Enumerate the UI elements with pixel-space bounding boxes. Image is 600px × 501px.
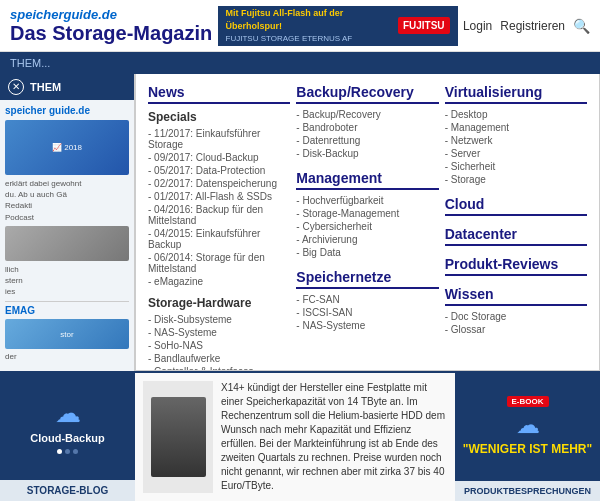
management-section: Management - Hochverfügbarkeit - Storage… xyxy=(296,170,438,259)
storage-blog-label[interactable]: STORAGE-BLOG xyxy=(0,478,135,501)
header-nav: Login Registrieren 🔍 xyxy=(463,18,590,34)
sidebar-theme-label: THEM xyxy=(30,81,61,93)
sidebar-img-1-label: 📈 2018 xyxy=(52,143,82,152)
cloud-icon: ☁ xyxy=(55,398,81,429)
menu-col1-title: News xyxy=(148,84,290,104)
produkt-label[interactable]: PRODUKTBESPRECHUNGEN xyxy=(455,479,600,501)
ad-line2: FUJITSU STORAGE ETERNUS AF xyxy=(226,33,392,44)
menu-col-3: Virtualisierung - Desktop - Management -… xyxy=(445,84,587,371)
sidebar-img-1: 📈 2018 xyxy=(5,120,129,175)
sidebar-text-ies: ies xyxy=(5,287,15,296)
sn-item-1[interactable]: - FC-SAN xyxy=(296,293,438,306)
specials-item-2[interactable]: - 09/2017: Cloud-Backup xyxy=(148,151,290,164)
mgmt-item-2[interactable]: - Storage-Management xyxy=(296,207,438,220)
specials-item-6[interactable]: - 04/2016: Backup für den Mittelstand xyxy=(148,203,290,227)
sidebar-top-bar: ✕ THEM xyxy=(0,74,134,100)
article-content: X14+ kündigt der Hersteller eine Festpla… xyxy=(221,381,447,493)
sidebar-speicher-logo: speicher guide.de xyxy=(5,105,129,116)
dot-1 xyxy=(57,449,62,454)
sidebar-small-text-2: llich stern ies xyxy=(5,264,129,298)
wissen-item-2[interactable]: - Glossar xyxy=(445,323,587,336)
hw-item-4[interactable]: - Bandlaufwerke xyxy=(148,352,290,365)
specials-item-5[interactable]: - 01/2017: All-Flash & SSDs xyxy=(148,190,290,203)
reviews-section: Produkt-Reviews xyxy=(445,256,587,276)
backup-title: Backup/Recovery xyxy=(296,84,438,104)
wissen-title: Wissen xyxy=(445,286,587,306)
cloud-title[interactable]: Cloud xyxy=(445,196,587,216)
sidebar-text-content-4: Podcast xyxy=(5,213,34,222)
ebook-block[interactable]: E-BOOK ☁ "WENIGER IST MEHR" xyxy=(455,373,600,479)
site-name: speicherguide.de xyxy=(10,7,212,22)
specials-item-8[interactable]: - 06/2014: Storage für den Mittelstand xyxy=(148,251,290,275)
register-link[interactable]: Registrieren xyxy=(500,19,565,33)
management-title: Management xyxy=(296,170,438,190)
mega-menu: News Specials - 11/2017: Einkaufsführer … xyxy=(135,74,600,371)
backup-item-3[interactable]: - Datenrettung xyxy=(296,134,438,147)
mgmt-item-3[interactable]: - Cybersicherheit xyxy=(296,220,438,233)
topnav-label: THEM... xyxy=(10,57,50,69)
header: speicherguide.de Das Storage-Magazin Mit… xyxy=(0,0,600,52)
sn-item-3[interactable]: - NAS-Systeme xyxy=(296,319,438,332)
virt-item-2[interactable]: - Management xyxy=(445,121,587,134)
virt-item-1[interactable]: - Desktop xyxy=(445,108,587,121)
magazine-title: Das Storage-Magazin xyxy=(10,22,212,44)
specials-item-4[interactable]: - 02/2017: Datenspeicherung xyxy=(148,177,290,190)
virt-item-6[interactable]: - Storage xyxy=(445,173,587,186)
dot-3 xyxy=(73,449,78,454)
virt-item-4[interactable]: - Server xyxy=(445,147,587,160)
storage-hw-title: Storage-Hardware xyxy=(148,296,290,310)
ad-text: Mit Fujitsu All-Flash auf der Überholspu… xyxy=(226,7,392,43)
fujitsu-logo: FUJITSU xyxy=(398,17,450,34)
login-link[interactable]: Login xyxy=(463,19,492,33)
menu-col-2: Backup/Recovery - Backup/Recovery - Band… xyxy=(296,84,438,371)
sidebar-small-text-1: erklärt dabei ge­wohnt du. Ab u auch Gä … xyxy=(5,178,129,223)
sidebar-img-2 xyxy=(5,226,129,261)
speichernetze-title: Speichernetze xyxy=(296,269,438,289)
close-button[interactable]: ✕ xyxy=(8,79,24,95)
virt-item-5[interactable]: - Sicherheit xyxy=(445,160,587,173)
specials-item-7[interactable]: - 04/2015: Einkaufsführer Backup xyxy=(148,227,290,251)
bottom-area: ☁ Cloud-Backup STORAGE-BLOG X14+ kündigt… xyxy=(0,371,600,501)
hw-item-5[interactable]: - Controller & Interfaces xyxy=(148,365,290,371)
specials-title: Specials xyxy=(148,110,290,124)
hw-item-1[interactable]: - Disk-Subsysteme xyxy=(148,313,290,326)
specials-item-3[interactable]: - 05/2017: Data-Protection xyxy=(148,164,290,177)
article-image xyxy=(143,381,213,493)
backup-item-4[interactable]: - Disk-Backup xyxy=(296,147,438,160)
logo-area: speicherguide.de Das Storage-Magazin xyxy=(10,7,212,44)
virt-section: Virtualisierung - Desktop - Management -… xyxy=(445,84,587,186)
storage-hw-section: Storage-Hardware - Disk-Subsysteme - NAS… xyxy=(148,296,290,371)
sidebar-text-stern: stern xyxy=(5,276,23,285)
wissen-section: Wissen - Doc Storage - Glossar xyxy=(445,286,587,336)
ebook-tag: E-BOOK xyxy=(507,396,549,407)
sidebar-der: der xyxy=(5,352,129,361)
menu-col-1: News Specials - 11/2017: Einkaufsführer … xyxy=(148,84,290,371)
virt-item-3[interactable]: - Netzwerk xyxy=(445,134,587,147)
datacenter-title[interactable]: Datacenter xyxy=(445,226,587,246)
sn-item-2[interactable]: - ISCSI-SAN xyxy=(296,306,438,319)
backup-item-2[interactable]: - Bandroboter xyxy=(296,121,438,134)
hw-item-2[interactable]: - NAS-Systeme xyxy=(148,326,290,339)
bottom-middle-panel: X14+ kündigt der Hersteller eine Festpla… xyxy=(135,373,455,501)
search-icon[interactable]: 🔍 xyxy=(573,18,590,34)
mgmt-item-1[interactable]: - Hochverfügbarkeit xyxy=(296,194,438,207)
ebook-title: "WENIGER IST MEHR" xyxy=(463,442,592,456)
reviews-title[interactable]: Produkt-Reviews xyxy=(445,256,587,276)
hw-item-3[interactable]: - SoHo-NAS xyxy=(148,339,290,352)
sidebar-text-content-3: Redakti­ xyxy=(5,201,32,210)
mgmt-item-4[interactable]: - Archivierung xyxy=(296,233,438,246)
specials-item-1[interactable]: - 11/2017: Einkaufsführer Storage xyxy=(148,127,290,151)
mgmt-item-5[interactable]: - Big Data xyxy=(296,246,438,259)
ad-line1: Mit Fujitsu All-Flash auf der Überholspu… xyxy=(226,7,392,32)
sidebar-img-3-label: stor xyxy=(60,330,73,339)
speichernetze-section: Speichernetze - FC-SAN - ISCSI-SAN - NAS… xyxy=(296,269,438,332)
wissen-item-1[interactable]: - Doc Storage xyxy=(445,310,587,323)
backup-section: Backup/Recovery - Backup/Recovery - Band… xyxy=(296,84,438,160)
main-area: ✕ THEM speicher guide.de 📈 2018 erklärt … xyxy=(0,74,600,371)
sidebar-text-content-2: du. Ab u auch Gä xyxy=(5,190,67,199)
article-image-inner xyxy=(151,397,206,477)
cloud-backup-block[interactable]: ☁ Cloud-Backup xyxy=(0,373,135,478)
datacenter-section: Datacenter xyxy=(445,226,587,246)
specials-item-9[interactable]: - eMagazine xyxy=(148,275,290,288)
backup-item-1[interactable]: - Backup/Recovery xyxy=(296,108,438,121)
